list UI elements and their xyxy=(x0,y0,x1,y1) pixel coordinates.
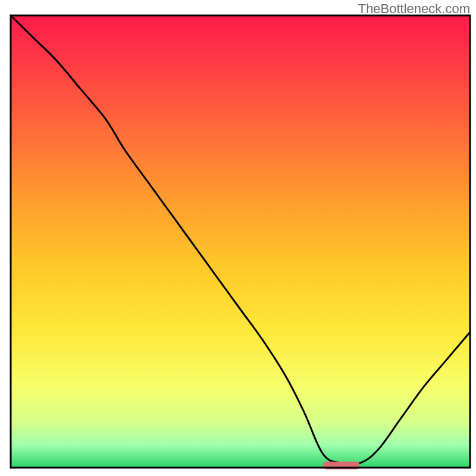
bottleneck-chart xyxy=(0,0,476,476)
chart-container: TheBottleneck.com xyxy=(0,0,476,476)
plot-area xyxy=(11,15,470,469)
gradient-background xyxy=(11,15,470,468)
watermark-text: TheBottleneck.com xyxy=(358,1,470,17)
